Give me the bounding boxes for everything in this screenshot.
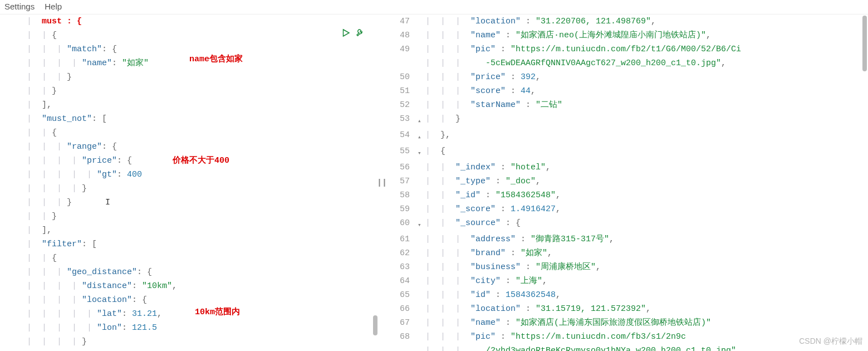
menu-settings[interactable]: Settings (4, 2, 35, 12)
must-keyword: must : { (42, 17, 82, 26)
menu-help[interactable]: Help (45, 2, 62, 12)
fold-arrow-icon[interactable]: ▾ (418, 144, 425, 160)
response-pane[interactable]: 47| | | "location" : "31.220706, 121.498… (385, 14, 868, 351)
annotation-name-contains: name包含如家 (189, 53, 243, 64)
line-number: 47 (385, 14, 418, 28)
watermark: CSDN @柠檬小帽 (799, 337, 862, 347)
annotation-price: 价格不大于400 (173, 155, 229, 165)
fold-arrow-icon[interactable]: ▴ (418, 128, 425, 144)
svg-marker-0 (344, 30, 350, 36)
fold-arrow-icon[interactable]: ▴ (418, 112, 425, 128)
scrollbar-thumb-right[interactable] (862, 16, 867, 71)
query-editor-pane[interactable]: | must : { | | { | | | "match": { | | | … (0, 14, 379, 351)
run-actions (341, 28, 365, 41)
menubar: Settings Help (0, 0, 868, 14)
editor-workspace: | must : { | | { | | | "match": { | | | … (0, 14, 868, 351)
fold-arrow-icon[interactable]: ▾ (418, 216, 425, 232)
annotation-10km: 10km范围内 (195, 306, 240, 317)
play-icon[interactable] (341, 28, 351, 41)
scrollbar-thumb-left[interactable] (373, 315, 377, 335)
wrench-icon[interactable] (355, 28, 365, 41)
pane-divider[interactable]: || (379, 14, 385, 351)
